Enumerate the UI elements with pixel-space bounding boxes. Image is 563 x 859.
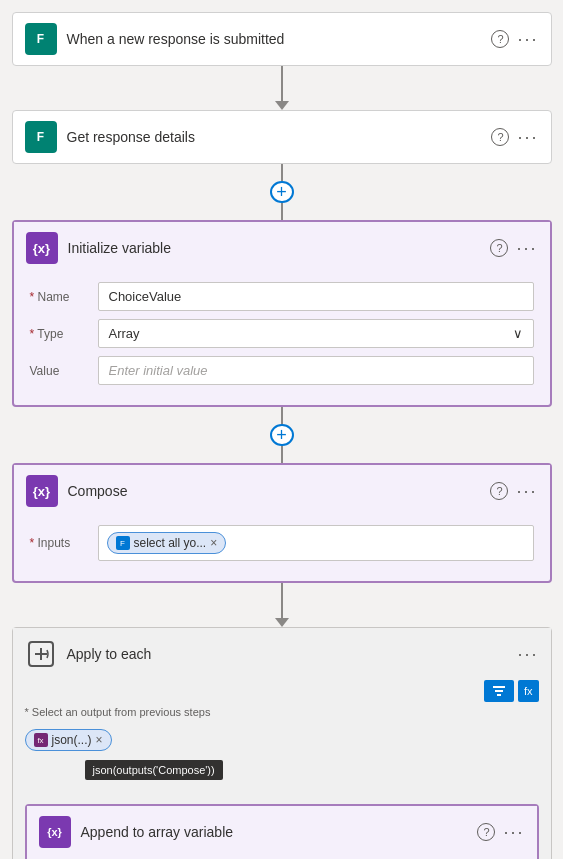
value-label: Value [30,364,90,378]
svg-rect-2 [495,690,503,692]
get-response-title: Get response details [67,129,482,145]
value-input[interactable] [98,356,534,385]
append-actions: ? ··· [477,822,524,843]
trigger-actions: ? ··· [491,29,538,50]
expression-button[interactable]: fx [518,680,539,702]
json-token-icon: fx [34,733,48,747]
type-select[interactable]: Array ∨ [98,319,534,348]
filter-button[interactable] [484,680,514,702]
apply-icon [25,638,57,670]
json-token: fx json(...) × [25,729,112,751]
select-output-label: * Select an output from previous steps [25,706,539,718]
token-area-wrapper: fx json(...) × json(outputs('Compose')) [25,724,539,756]
get-response-card: F Get response details ? ··· [12,110,552,164]
trigger-help-icon[interactable]: ? [491,30,509,48]
apply-token-area: fx json(...) × [25,724,539,756]
apply-body: fx * Select an output from previous step… [13,680,551,859]
type-label: * Type [30,327,90,341]
svg-rect-3 [497,694,501,696]
token-text: select all yo... [134,536,207,550]
chevron-down-icon: ∨ [513,326,523,341]
init-variable-icon: {x} [26,232,58,264]
compose-title: Compose [68,483,481,499]
append-icon: {x} [39,816,71,848]
compose-menu-button[interactable]: ··· [516,481,537,502]
add-step-button-1[interactable]: + [270,181,294,204]
json-token-close[interactable]: × [96,734,103,746]
init-variable-card: {x} Initialize variable ? ··· * Name [12,220,552,407]
trigger-title: When a new response is submitted [67,31,482,47]
append-title: Append to array variable [81,824,468,840]
compose-body: * Inputs F select all yo... × [14,517,550,581]
apply-actions: ··· [517,644,538,665]
get-response-actions: ? ··· [491,127,538,148]
compose-help-icon[interactable]: ? [490,482,508,500]
init-variable-menu-button[interactable]: ··· [516,238,537,259]
add-step-button-2[interactable]: + [270,424,294,447]
append-menu-button[interactable]: ··· [503,822,524,843]
compose-card: {x} Compose ? ··· * Inputs [12,463,552,583]
type-value: Array [109,326,140,341]
name-field-row: * Name [30,282,534,311]
connector-2 [275,583,289,627]
connector-plus-2: + [270,407,294,463]
token-icon: F [116,536,130,550]
connector-1 [275,66,289,110]
get-response-icon: F [25,121,57,153]
inputs-token: F select all yo... × [107,532,227,554]
flow-canvas: F When a new response is submitted ? ···… [12,12,551,859]
inputs-field-row: * Inputs F select all yo... × [30,525,534,561]
apply-to-each-title: Apply to each [67,646,508,662]
name-input[interactable] [98,282,534,311]
get-response-help-icon[interactable]: ? [491,128,509,146]
inputs-field[interactable]: F select all yo... × [98,525,534,561]
init-variable-body: * Name * Type Array ∨ Value [14,274,550,405]
apply-to-each-card: Apply to each ··· fx [12,627,552,859]
value-field-row: Value [30,356,534,385]
trigger-icon: F [25,23,57,55]
append-array-card: {x} Append to array variable ? ··· [25,804,539,859]
init-variable-title: Initialize variable [68,240,481,256]
compose-icon: {x} [26,475,58,507]
apply-toolbar: fx [25,680,539,702]
compose-actions: ? ··· [490,481,537,502]
type-field-row: * Type Array ∨ [30,319,534,348]
append-help-icon[interactable]: ? [477,823,495,841]
connector-plus-1: + [270,164,294,220]
init-variable-help-icon[interactable]: ? [490,239,508,257]
get-response-menu-button[interactable]: ··· [517,127,538,148]
json-token-text: json(...) [52,733,92,747]
init-variable-actions: ? ··· [490,238,537,259]
trigger-menu-button[interactable]: ··· [517,29,538,50]
trigger-card: F When a new response is submitted ? ··· [12,12,552,66]
json-tooltip: json(outputs('Compose')) [85,760,223,780]
name-label: * Name [30,290,90,304]
inputs-label: * Inputs [30,536,90,550]
svg-rect-1 [493,686,505,688]
token-close-icon[interactable]: × [210,537,217,549]
apply-menu-button[interactable]: ··· [517,644,538,665]
